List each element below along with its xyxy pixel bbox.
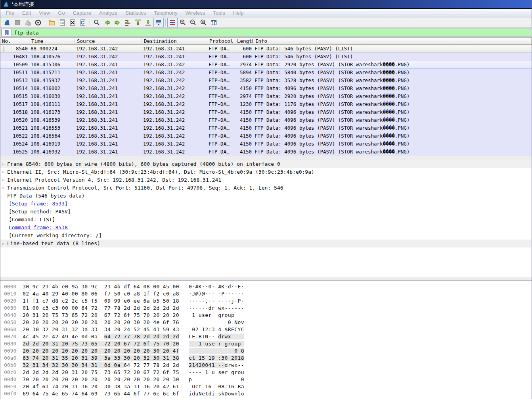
menu-help[interactable]: Help [229,9,248,17]
expander-icon[interactable]: ▷ [0,160,7,168]
column-header-length[interactable]: Length [235,38,253,44]
hex-row-00e0[interactable]: 00e020 4f 63 74 20 31 36 20 30 38 3a 31 … [0,383,532,390]
zoom-out-icon [189,19,197,26]
packet-row-10515[interactable]: 10515108.416030192.168.31.241192.168.31.… [0,92,532,100]
hex-row-0060[interactable]: 006020 30 32 20 31 32 3a 33 34 20 24 52 … [0,326,532,333]
expander-icon[interactable]: ▷ [0,240,7,247]
go-to-packet-button[interactable] [122,18,133,27]
close-file-button[interactable] [67,18,78,27]
pane-splitter-bottom[interactable] [0,277,532,280]
column-header-info[interactable]: Info [253,38,532,44]
hex-row-0090[interactable]: 009020 20 20 20 20 20 20 20 20 20 20 20 … [0,347,532,355]
previous-packet-button[interactable] [102,18,112,27]
cell-source: 192.168.31.242 [75,45,142,52]
menu-wireless[interactable]: Wireless [181,9,209,17]
hex-ascii: ·····,·· ····j·P· [189,297,244,305]
zoom-in-button[interactable] [178,18,188,27]
expander-icon[interactable]: ▷ [0,176,7,184]
next-packet-button[interactable] [112,18,122,27]
detail-row-4[interactable]: FTP Data (546 bytes data) [0,192,532,200]
column-header-protocol[interactable]: Protocol [207,38,235,44]
hex-row-0000[interactable]: 000030 9c 23 4b e0 9a 30 9c 23 4b df 64 … [0,283,532,290]
packet-row-10513[interactable]: 10513108.415937192.168.31.241192.168.31.… [0,77,532,84]
hex-row-00b0[interactable]: 00b032 31 34 32 30 30 34 31 0d 0a 64 72 … [0,362,532,369]
cell-source: 192.168.31.241 [75,116,142,124]
hex-row-0080[interactable]: 00802d 2d 20 31 20 75 73 65 72 20 67 72 … [0,340,532,347]
stop-capture-button[interactable] [12,18,23,27]
packet-row-10524[interactable]: 10524108.416919192.168.31.241192.168.31.… [0,140,532,148]
packet-row-10481[interactable]: 10481108.410576192.168.31.242192.168.31.… [0,53,532,61]
restart-capture-button[interactable] [23,18,33,27]
packet-row-10518[interactable]: 10518108.416173192.168.31.241192.168.31.… [0,108,532,116]
menu-statistics[interactable]: Statistics [121,9,150,17]
first-packet-button[interactable] [133,18,143,27]
packet-row-10511[interactable]: 10511108.415711192.168.31.241192.168.31.… [0,69,532,77]
reload-file-button[interactable] [78,18,88,27]
menu-analyze[interactable]: Analyze [95,9,121,17]
hex-offset: 00a0 [0,355,19,362]
find-packet-button[interactable] [92,18,102,27]
hex-row-0020[interactable]: 00201f f1 c7 d8 c2 2c c5 f5 09 99 e0 ee … [0,297,532,305]
hex-row-00f0[interactable]: 00f069 64 75 4e 65 74 64 69 73 6b 44 6f … [0,390,532,397]
resize-columns-button[interactable] [209,18,219,27]
packet-row-10522[interactable]: 10522108.416564192.168.31.241192.168.31.… [0,132,532,140]
menu-file[interactable]: File [2,9,18,17]
hex-offset: 00b0 [0,362,19,369]
toolbar-separator [165,19,166,26]
detail-row-10[interactable]: ▷Line-based text data (8 lines) [0,240,532,247]
detail-row-7[interactable]: [Command: LIST] [0,216,532,224]
menu-tools[interactable]: Tools [209,9,229,17]
auto-scroll-button[interactable] [153,18,164,27]
packet-row-10525[interactable]: 10525108.416932192.168.31.241192.168.31.… [0,148,532,156]
menu-view[interactable]: View [35,9,54,17]
hex-row-0070[interactable]: 00704c 45 2e 42 49 4e 0d 0a 64 72 77 78 … [0,333,532,340]
hex-row-0010[interactable]: 001002 4a 40 29 40 00 80 06 f7 50 c0 a8 … [0,290,532,297]
cell-destination: 192.168.31.242 [142,92,207,100]
pane-splitter-top[interactable] [0,156,532,160]
detail-link[interactable]: Command frame: 8538 [7,224,68,232]
detail-row-5[interactable]: [Setup frame: 8533] [0,200,532,208]
detail-row-2[interactable]: ▷Internet Protocol Version 4, Src: 192.1… [0,176,532,184]
expander-icon[interactable]: ▷ [0,168,7,176]
capture-options-button[interactable] [33,18,43,27]
hex-row-0030[interactable]: 003001 00 c3 c3 00 00 64 72 77 78 2d 2d … [0,305,532,312]
start-capture-button[interactable] [2,18,12,27]
menu-telephony[interactable]: Telephony [150,9,181,17]
display-filter-input[interactable] [11,29,531,36]
detail-link[interactable]: [Setup frame: 8533] [7,200,68,208]
detail-row-3[interactable]: ▷Transmission Control Protocol, Src Port… [0,184,532,192]
packet-row-10509[interactable]: 10509108.415306192.168.31.241192.168.31.… [0,61,532,69]
hex-row-00c0[interactable]: 00c02d 2d 2d 2d 20 31 20 75 73 65 72 20 … [0,369,532,376]
menu-edit[interactable]: Edit [18,9,35,17]
filter-bookmark-button[interactable] [1,29,11,36]
column-header-no[interactable]: No. [0,38,29,44]
save-file-button[interactable]: 010 [57,18,67,27]
detail-row-0[interactable]: ▷Frame 8540: 600 bytes on wire (4800 bit… [0,160,532,168]
expander-icon[interactable]: ▷ [0,184,7,192]
hex-row-00a0[interactable]: 00a063 74 20 31 35 20 31 39 3a 33 30 20 … [0,355,532,362]
column-header-destination[interactable]: Destination [142,38,207,44]
hex-row-0040[interactable]: 004020 31 20 75 73 65 72 20 67 72 6f 75 … [0,312,532,319]
colorize-button[interactable] [167,18,178,27]
menu-capture[interactable]: Capture [69,9,95,17]
packet-row-8540[interactable]: 854088.900224192.168.31.242192.168.31.24… [0,45,532,53]
menu-go[interactable]: Go [54,9,69,17]
open-file-button[interactable] [47,18,57,27]
hex-bytes: 1f f1 c7 d8 c2 2c c5 f5 09 99 e0 ee 6a b… [23,297,179,305]
last-packet-button[interactable] [143,18,153,27]
detail-row-1[interactable]: ▷Ethernet II, Src: Micro-St_4b:df:64 (30… [0,168,532,176]
zoom-original-button[interactable] [198,18,209,27]
hex-bytes: 63 74 20 31 35 20 31 39 3a 33 30 20 32 3… [23,355,179,362]
zoom-out-button[interactable] [188,18,198,27]
detail-row-8[interactable]: Command frame: 8538 [0,224,532,232]
packet-row-10514[interactable]: 10514108.416002192.168.31.241192.168.31.… [0,84,532,92]
column-header-source[interactable]: Source [75,38,142,44]
hex-row-0050[interactable]: 005020 20 20 20 20 20 20 20 20 20 20 30 … [0,319,532,326]
packet-row-10517[interactable]: 10517108.416111192.168.31.241192.168.31.… [0,100,532,108]
packet-row-10521[interactable]: 10521108.416553192.168.31.241192.168.31.… [0,124,532,132]
packet-row-10520[interactable]: 10520108.416539192.168.31.241192.168.31.… [0,116,532,124]
detail-row-6[interactable]: [Setup method: PASV] [0,208,532,216]
hex-row-00d0[interactable]: 00d070 20 20 20 20 20 20 20 20 20 20 20 … [0,376,532,383]
column-header-time[interactable]: Time [29,38,75,44]
detail-row-9[interactable]: [Current working directory: /] [0,232,532,240]
